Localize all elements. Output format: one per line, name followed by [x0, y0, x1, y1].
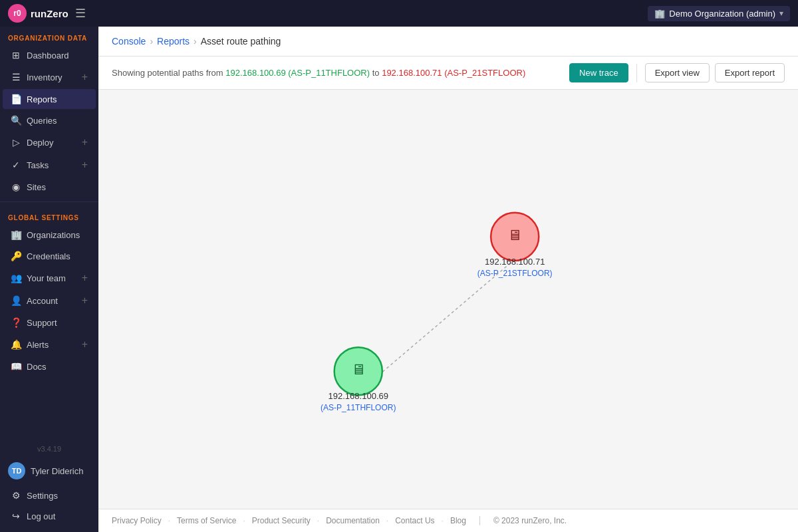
- export-report-button[interactable]: Export report: [715, 63, 785, 82]
- credentials-icon: 🔑: [11, 251, 21, 261]
- chevron-down-icon: ▾: [779, 9, 783, 18]
- sidebar-item-docs[interactable]: 📖 Docs: [3, 356, 96, 376]
- sidebar-item-label: Dashboard: [27, 51, 69, 61]
- footer-divider: [479, 516, 480, 525]
- sidebar-item-settings[interactable]: ⚙ Settings: [3, 485, 96, 505]
- sidebar-item-tasks[interactable]: ✓ Tasks +: [3, 154, 96, 176]
- sidebar-item-organizations[interactable]: 🏢 Organizations: [3, 225, 96, 245]
- topnav: r0 runZero ☰ 🏢 Demo Organization (admin)…: [0, 0, 798, 27]
- dest-node-icon: 🖥: [507, 227, 522, 243]
- reports-icon: 📄: [11, 94, 21, 104]
- org-section-label: ORGANIZATION DATA: [0, 27, 98, 45]
- sidebar-item-label: Sites: [27, 182, 46, 192]
- org-icon: 🏢: [654, 9, 665, 19]
- toolbar: Showing potential paths from 192.168.100…: [98, 57, 798, 90]
- footer-privacy[interactable]: Privacy Policy: [112, 516, 162, 525]
- footer-contact[interactable]: Contact Us: [395, 516, 434, 525]
- sidebar-item-label: Reports: [27, 94, 57, 104]
- sidebar-divider: [0, 201, 98, 202]
- topnav-left: r0 runZero ☰: [8, 4, 86, 23]
- sidebar-item-deploy[interactable]: ▷ Deploy +: [3, 132, 96, 153]
- hamburger-icon[interactable]: ☰: [75, 6, 86, 21]
- user-name: Tyler Diderich: [31, 466, 83, 476]
- sidebar-item-label: Account: [27, 296, 58, 306]
- main: Console › Reports › Asset route pathing …: [98, 27, 798, 532]
- export-view-button[interactable]: Export view: [645, 63, 710, 82]
- logout-icon: ↪: [11, 511, 21, 521]
- btn-divider: [636, 64, 637, 82]
- sites-icon: ◉: [11, 182, 21, 192]
- sidebar-item-sites[interactable]: ◉ Sites: [3, 177, 96, 197]
- avatar: TD: [8, 462, 25, 479]
- logo[interactable]: r0 runZero: [8, 4, 68, 23]
- sidebar-item-label: Inventory: [27, 72, 62, 82]
- dashboard-icon: ⊞: [11, 50, 21, 61]
- breadcrumb-sep-2: ›: [194, 36, 197, 47]
- sidebar-item-label: Alerts: [27, 340, 49, 350]
- footer-links: Privacy Policy · Terms of Service · Prod…: [112, 516, 567, 525]
- sidebar-item-label: Queries: [27, 116, 57, 126]
- sidebar-item-label: Tasks: [27, 160, 49, 170]
- organizations-icon: 🏢: [11, 229, 21, 240]
- footer-docs[interactable]: Documentation: [326, 516, 380, 525]
- expand-icon: +: [82, 71, 88, 83]
- new-trace-button[interactable]: New trace: [569, 63, 628, 82]
- alerts-icon: 🔔: [11, 339, 21, 350]
- source-node-icon: 🖥: [351, 361, 366, 378]
- source-node[interactable]: 🖥 192.168.100.69 (AS-P_11THFLOOR): [321, 347, 396, 412]
- sidebar-bottom: v3.4.19 TD Tyler Diderich ⚙ Settings ↪ L…: [0, 441, 98, 532]
- breadcrumb-current: Asset route pathing: [201, 36, 281, 47]
- sidebar-item-alerts[interactable]: 🔔 Alerts +: [3, 334, 96, 355]
- deploy-icon: ▷: [11, 137, 21, 148]
- sidebar-item-logout[interactable]: ↪ Log out: [3, 506, 96, 526]
- footer-copyright: © 2023 runZero, Inc.: [493, 516, 567, 525]
- org-selector[interactable]: 🏢 Demo Organization (admin) ▾: [648, 6, 790, 21]
- queries-icon: 🔍: [11, 115, 21, 126]
- expand-icon: +: [82, 159, 88, 171]
- dest-addr: 192.168.100.71 (AS-P_21STFLOOR): [382, 68, 525, 78]
- footer: Privacy Policy · Terms of Service · Prod…: [98, 509, 798, 532]
- inventory-icon: ☰: [11, 72, 21, 82]
- footer-blog[interactable]: Blog: [450, 516, 466, 525]
- expand-icon: +: [82, 136, 88, 148]
- source-addr: 192.168.100.69 (AS-P_11THFLOOR): [225, 68, 370, 78]
- breadcrumb-console[interactable]: Console: [112, 36, 146, 47]
- sidebar-item-reports[interactable]: 📄 Reports: [3, 89, 96, 109]
- logo-icon: r0: [8, 4, 27, 23]
- source-node-label: 192.168.100.69: [329, 391, 388, 401]
- dest-node-sublabel: (AS-P_21STFLOOR): [477, 269, 553, 278]
- sidebar-item-support[interactable]: ❓ Support: [3, 313, 96, 332]
- footer-terms[interactable]: Terms of Service: [177, 516, 236, 525]
- graph-area: 🖥 192.168.100.69 (AS-P_11THFLOOR) 🖥 192.…: [98, 90, 798, 509]
- logo-text: runZero: [31, 8, 68, 19]
- breadcrumb-reports[interactable]: Reports: [157, 36, 190, 47]
- sidebar-item-label: Support: [27, 318, 57, 328]
- sidebar-item-label: Organizations: [27, 230, 80, 240]
- dest-node[interactable]: 🖥 192.168.100.71 (AS-P_21STFLOOR): [477, 213, 553, 278]
- user-item[interactable]: TD Tyler Diderich: [0, 457, 98, 485]
- sidebar-item-inventory[interactable]: ☰ Inventory +: [3, 66, 96, 88]
- sidebar-item-label: Log out: [27, 511, 55, 521]
- expand-icon: +: [82, 295, 88, 307]
- toolbar-buttons: New trace Export view Export report: [569, 63, 785, 82]
- sidebar-item-label: Settings: [27, 491, 58, 501]
- sidebar-item-dashboard[interactable]: ⊞ Dashboard: [3, 45, 96, 65]
- sidebar: ORGANIZATION DATA ⊞ Dashboard ☰ Inventor…: [0, 27, 98, 532]
- layout: ORGANIZATION DATA ⊞ Dashboard ☰ Inventor…: [0, 27, 798, 532]
- global-section-label: GLOBAL SETTINGS: [0, 206, 98, 224]
- team-icon: 👥: [11, 273, 21, 283]
- support-icon: ❓: [11, 317, 21, 328]
- sidebar-item-label: Credentials: [27, 251, 70, 261]
- graph-svg: 🖥 192.168.100.69 (AS-P_11THFLOOR) 🖥 192.…: [98, 90, 798, 509]
- sidebar-item-label: Your team: [27, 273, 66, 283]
- sidebar-item-credentials[interactable]: 🔑 Credentials: [3, 246, 96, 266]
- to-word: to: [372, 68, 380, 78]
- sidebar-item-queries[interactable]: 🔍 Queries: [3, 110, 96, 130]
- tasks-icon: ✓: [11, 160, 21, 170]
- expand-icon: +: [82, 338, 88, 350]
- sidebar-item-account[interactable]: 👤 Account +: [3, 290, 96, 311]
- footer-security[interactable]: Product Security: [252, 516, 311, 525]
- version-label: v3.4.19: [0, 441, 98, 457]
- sidebar-item-label: Deploy: [27, 138, 53, 148]
- sidebar-item-your-team[interactable]: 👥 Your team +: [3, 267, 96, 289]
